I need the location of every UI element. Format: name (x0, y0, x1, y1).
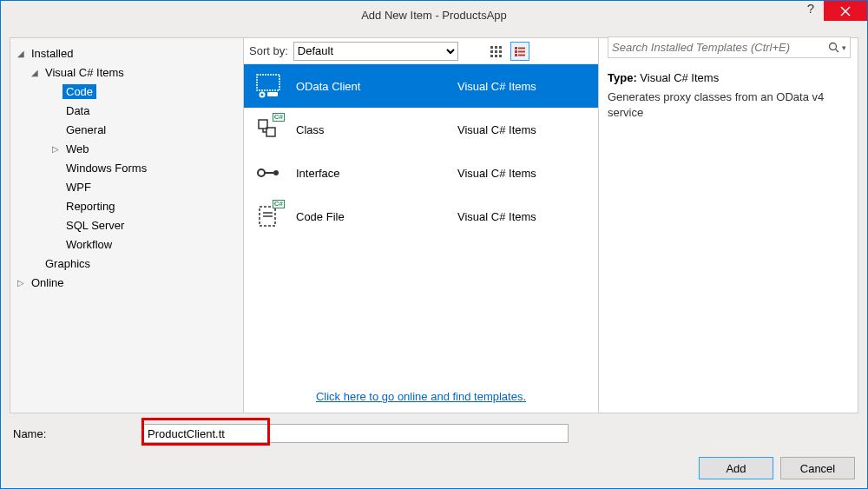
sort-by-select[interactable]: Default (293, 42, 458, 61)
svg-point-21 (261, 94, 264, 96)
tree-node-winforms[interactable]: Windows Forms (10, 158, 243, 177)
cs-badge-icon: C# (273, 113, 285, 122)
cs-badge-icon: C# (273, 200, 285, 208)
search-input[interactable] (612, 41, 828, 54)
name-input[interactable] (143, 424, 569, 443)
toolbar: Sort by: Default (244, 38, 598, 64)
svg-rect-6 (499, 46, 502, 49)
svg-rect-16 (518, 50, 525, 52)
sort-by-label: Sort by: (249, 44, 288, 57)
tree-node-graphics[interactable]: Graphics (10, 254, 243, 273)
tree-node-online[interactable]: ▷Online (10, 273, 243, 292)
svg-rect-11 (495, 55, 497, 57)
template-name: Code File (296, 210, 444, 223)
grid-small-icon (490, 45, 502, 57)
class-icon: C# (254, 116, 282, 143)
svg-rect-10 (490, 55, 493, 57)
tree-node-wpf[interactable]: WPF (10, 177, 243, 196)
dialog-window: Add New Item - ProductsApp ? ▾ ◢Installe… (0, 0, 868, 489)
tree-node-workflow[interactable]: Workflow (10, 235, 243, 254)
svg-point-2 (830, 43, 837, 50)
view-list-button[interactable] (510, 42, 529, 61)
tree-node-reporting[interactable]: Reporting (10, 196, 243, 215)
close-icon (840, 6, 851, 17)
template-name: OData Client (296, 80, 444, 93)
svg-point-27 (273, 170, 279, 175)
list-icon (514, 45, 526, 57)
template-pane: Sort by: Default OData Clie (244, 37, 598, 413)
template-name: Interface (296, 167, 444, 180)
add-button[interactable]: Add (699, 457, 773, 479)
online-templates-link[interactable]: Click here to go online and find templat… (316, 390, 526, 403)
svg-rect-12 (499, 55, 502, 57)
svg-rect-4 (490, 46, 493, 49)
tree-node-code[interactable]: Code (10, 82, 243, 101)
type-value: Visual C# Items (640, 71, 719, 84)
svg-rect-14 (518, 47, 525, 49)
template-category: Visual C# Items (457, 210, 536, 223)
type-label: Type: (608, 71, 637, 84)
cancel-button[interactable]: Cancel (780, 457, 855, 479)
template-category: Visual C# Items (457, 80, 536, 93)
svg-rect-18 (518, 54, 525, 56)
titlebar: Add New Item - ProductsApp ? (1, 1, 867, 29)
template-category: Visual C# Items (457, 167, 536, 180)
svg-rect-22 (267, 92, 278, 96)
tree-node-installed[interactable]: ◢Installed (10, 43, 243, 63)
svg-rect-8 (495, 50, 497, 53)
window-title: Add New Item - ProductsApp (1, 9, 867, 22)
tree-node-data[interactable]: Data (10, 101, 243, 120)
svg-rect-15 (515, 50, 517, 53)
svg-rect-17 (515, 54, 517, 56)
view-small-icons-button[interactable] (486, 42, 505, 61)
svg-rect-7 (490, 50, 493, 53)
close-button[interactable] (824, 1, 867, 21)
details-pane: Type: Visual C# Items Generates proxy cl… (598, 37, 858, 413)
template-item-odata-client[interactable]: OData Client Visual C# Items (244, 64, 598, 108)
tree-node-csharp-items[interactable]: ◢Visual C# Items (10, 63, 243, 82)
template-list: OData Client Visual C# Items C# Class Vi… (244, 64, 598, 380)
svg-line-3 (836, 49, 839, 52)
template-item-interface[interactable]: Interface Visual C# Items (244, 151, 598, 195)
svg-rect-5 (495, 46, 497, 49)
code-file-icon: C# (254, 202, 282, 230)
interface-icon (254, 159, 282, 187)
name-label: Name: (13, 427, 135, 440)
tree-node-general[interactable]: General (10, 120, 243, 139)
template-name: Class (296, 123, 444, 136)
name-row: Name: (10, 420, 858, 446)
svg-rect-13 (515, 47, 517, 50)
tree-node-web[interactable]: ▷Web (10, 139, 243, 158)
tree-node-sqlserver[interactable]: SQL Server (10, 215, 243, 235)
search-box[interactable]: ▾ (608, 36, 851, 58)
template-item-code-file[interactable]: C# Code File Visual C# Items (244, 195, 598, 238)
svg-rect-9 (499, 50, 502, 53)
search-icon[interactable]: ▾ (828, 42, 846, 54)
category-tree: ◢Installed ◢Visual C# Items Code Data Ge… (10, 37, 244, 413)
help-button[interactable]: ? (798, 1, 824, 21)
odata-client-icon (254, 72, 282, 100)
svg-rect-19 (257, 75, 279, 90)
template-category: Visual C# Items (457, 123, 536, 136)
svg-point-25 (258, 169, 265, 176)
dialog-buttons: Add Cancel (10, 453, 858, 479)
template-description: Generates proxy classes from an OData v4… (608, 89, 849, 121)
template-item-class[interactable]: C# Class Visual C# Items (244, 108, 598, 151)
